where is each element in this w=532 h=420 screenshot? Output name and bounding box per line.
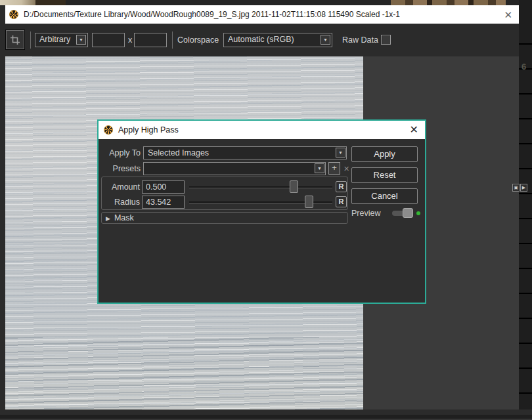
- crop-tool-button[interactable]: [5, 30, 25, 50]
- mask-section-header[interactable]: ▶Mask: [101, 212, 348, 224]
- app-icon: [104, 125, 113, 135]
- apply-to-value: Selected Images: [148, 148, 209, 158]
- amount-reset-button[interactable]: R: [336, 181, 347, 192]
- colorspace-dropdown[interactable]: Automatic (sRGB) ▼: [223, 33, 332, 47]
- crop-height-field-wrap: [134, 33, 167, 47]
- toolbar-separator: [172, 32, 173, 49]
- chevron-down-icon[interactable]: ▼: [76, 35, 86, 45]
- apply-button[interactable]: Apply: [351, 146, 418, 162]
- strip-icons: ▣ ▶: [512, 184, 527, 192]
- wood-texture-grain: [5, 337, 363, 410]
- amount-slider-handle[interactable]: [290, 180, 298, 193]
- aspect-ratio-dropdown[interactable]: Arbitrary ▼: [35, 33, 88, 47]
- add-preset-button[interactable]: +: [328, 162, 340, 175]
- dialog-titlebar[interactable]: Apply High Pass ✕: [99, 121, 425, 139]
- mask-label: Mask: [114, 213, 134, 222]
- raw-data-label: Raw Data: [342, 33, 378, 47]
- raw-data-checkbox[interactable]: [381, 35, 391, 45]
- radius-slider-handle[interactable]: [305, 196, 313, 208]
- close-icon[interactable]: ✕: [504, 10, 512, 20]
- background-texture-patch: [35, 0, 66, 5]
- apply-to-label: Apply To: [100, 146, 141, 159]
- triangle-right-icon: ▶: [106, 215, 110, 222]
- thumbnail-badge: 6: [521, 62, 526, 72]
- chevron-down-icon[interactable]: ▼: [315, 163, 324, 173]
- dimensions-times-label: x: [128, 33, 132, 47]
- presets-dropdown[interactable]: ▼: [143, 162, 326, 175]
- background-app-strip: [0, 0, 532, 5]
- preview-status-dot: [416, 211, 420, 215]
- panel-grid-icon[interactable]: ▣: [512, 184, 520, 192]
- cancel-button[interactable]: Cancel: [351, 188, 418, 204]
- crop-width-field-wrap: [92, 33, 125, 47]
- amount-slider[interactable]: [189, 180, 332, 194]
- presets-label: Presets: [100, 162, 141, 175]
- preview-toggle[interactable]: [392, 211, 412, 216]
- chevron-down-icon[interactable]: ▼: [336, 148, 345, 158]
- reset-button[interactable]: Reset: [351, 167, 418, 183]
- amount-label: Amount: [104, 180, 140, 194]
- dialog-title: Apply High Pass: [118, 125, 179, 135]
- application-window: D:/Documents/Texture Library/Wood/WoodRo…: [0, 0, 532, 420]
- window-titlebar[interactable]: D:/Documents/Texture Library/Wood/WoodRo…: [5, 5, 519, 24]
- window-title: D:/Documents/Texture Library/Wood/WoodRo…: [24, 10, 400, 19]
- apply-to-dropdown[interactable]: Selected Images ▼: [143, 146, 347, 159]
- panel-expand-icon[interactable]: ▶: [520, 184, 527, 192]
- preview-label: Preview: [351, 207, 380, 220]
- crop-height-input[interactable]: [134, 33, 167, 47]
- colorspace-value: Automatic (sRGB): [228, 35, 294, 44]
- crop-icon: [10, 35, 20, 45]
- delete-preset-button[interactable]: ✕: [344, 163, 349, 174]
- app-icon: [9, 10, 18, 19]
- background-texture-patch: [0, 0, 35, 5]
- preview-toggle-knob[interactable]: [403, 208, 413, 218]
- status-bar: [0, 410, 532, 415]
- radius-input[interactable]: [142, 196, 185, 209]
- status-bar-lower: [0, 415, 532, 420]
- slider-track: [189, 186, 332, 188]
- apply-high-pass-dialog: Apply High Pass ✕ Apply To Selected Imag…: [97, 119, 426, 304]
- crop-width-input[interactable]: [92, 33, 125, 47]
- aspect-ratio-value: Arbitrary: [39, 35, 70, 44]
- chevron-down-icon[interactable]: ▼: [321, 35, 330, 45]
- radius-slider[interactable]: [189, 196, 332, 209]
- amount-input[interactable]: [142, 180, 185, 194]
- toolbar: Arbitrary ▼ x Colorspace Automatic (sRGB…: [0, 24, 519, 56]
- radius-reset-button[interactable]: R: [336, 196, 347, 207]
- background-texture-patch: [391, 0, 506, 5]
- close-icon[interactable]: ✕: [410, 125, 418, 135]
- colorspace-label: Colorspace: [177, 33, 219, 47]
- radius-label: Radius: [104, 196, 140, 209]
- toolbar-separator: [30, 32, 31, 49]
